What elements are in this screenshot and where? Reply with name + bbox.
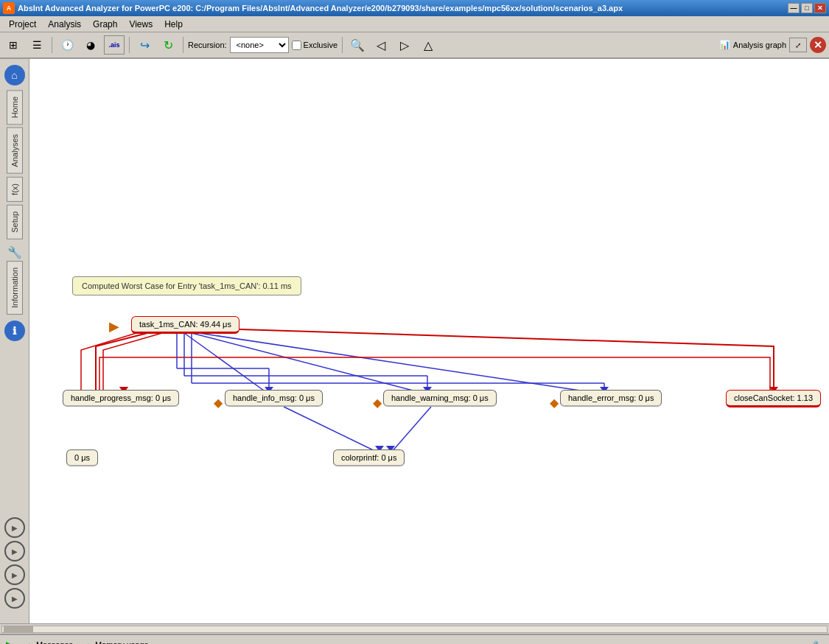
node-closeCanSocket[interactable]: closeCanSocket: 1.13 bbox=[726, 390, 821, 407]
menu-views[interactable]: Views bbox=[123, 18, 158, 31]
svg-line-1 bbox=[192, 333, 427, 394]
status-icon: 🔧 bbox=[813, 640, 823, 645]
exclusive-checkbox[interactable] bbox=[292, 41, 301, 50]
svg-line-0 bbox=[184, 333, 269, 394]
nav-left-button[interactable]: ◁ bbox=[371, 35, 391, 55]
sidebar-tab-home[interactable]: Home bbox=[7, 90, 23, 125]
analysis-graph-label: 📊 Analysis graph bbox=[719, 40, 786, 50]
list-button[interactable]: ☰ bbox=[27, 35, 47, 55]
menu-analysis[interactable]: Analysis bbox=[42, 18, 87, 31]
grid-button[interactable]: ⊞ bbox=[3, 35, 24, 55]
main-layout: ⌂ Home Analyses f(x) Setup 🔧 Information… bbox=[0, 59, 829, 623]
entry-arrow: ▶ bbox=[109, 318, 119, 335]
messages-label: Messages bbox=[36, 640, 73, 644]
node-colorprintf[interactable]: colorprintf: 0 μs bbox=[333, 449, 405, 466]
menu-bar: Project Analysis Graph Views Help bbox=[0, 16, 829, 32]
play-button-3[interactable] bbox=[4, 564, 25, 585]
maximize-button[interactable]: □ bbox=[801, 3, 813, 13]
memory-label: Memory usage bbox=[95, 640, 149, 644]
messages-item[interactable]: ▲ Messages bbox=[26, 640, 73, 644]
separator-4 bbox=[342, 37, 343, 53]
pie-button[interactable]: ◕ bbox=[80, 35, 101, 55]
nav-up-button[interactable]: △ bbox=[418, 35, 438, 55]
title-bar-left: A AbsInt Advanced Analyzer for PowerPC e… bbox=[3, 2, 623, 14]
messages-triangle-icon: ▲ bbox=[26, 641, 33, 645]
nav-right-button[interactable]: ▷ bbox=[394, 35, 415, 55]
title-bar: A AbsInt Advanced Analyzer for PowerPC e… bbox=[0, 0, 829, 16]
diamond-handle-info: ◆ bbox=[214, 396, 223, 410]
recursion-select[interactable]: <none> bbox=[230, 37, 289, 53]
status-right: 🔧 bbox=[813, 640, 823, 645]
recursion-label: Recursion: bbox=[188, 41, 227, 49]
graph-area[interactable]: Computed Worst Case for Entry 'task_1ms_… bbox=[29, 59, 829, 623]
memory-item[interactable]: ▲ Memory usage bbox=[85, 640, 149, 644]
play-button-2[interactable] bbox=[4, 541, 25, 561]
home-icon: ⌂ bbox=[4, 65, 25, 85]
exclusive-label: Exclusive bbox=[304, 41, 337, 49]
panel-close-button[interactable]: ✕ bbox=[810, 37, 826, 53]
svg-line-2 bbox=[199, 333, 604, 394]
status-play-button[interactable]: ▶ bbox=[6, 639, 14, 644]
info-icon: ℹ bbox=[4, 321, 25, 341]
arrow-button[interactable]: ↪ bbox=[134, 35, 155, 55]
status-bar: ▶ ▲ Messages ▲ Memory usage 🔧 bbox=[0, 634, 829, 644]
node-handle-progress[interactable]: handle_progress_msg: 0 μs bbox=[63, 390, 179, 407]
separator-2 bbox=[129, 37, 130, 53]
zoom-button[interactable]: 🔍 bbox=[347, 35, 368, 55]
scrollbar-thumb[interactable] bbox=[4, 626, 33, 632]
play-button-1[interactable] bbox=[4, 517, 25, 538]
diamond-handle-warning: ◆ bbox=[373, 396, 382, 410]
expand-button[interactable]: ⤢ bbox=[789, 38, 807, 52]
sidebar-tab-information[interactable]: Information bbox=[7, 261, 23, 315]
svg-line-3 bbox=[284, 407, 379, 453]
left-sidebar: ⌂ Home Analyses f(x) Setup 🔧 Information… bbox=[0, 59, 29, 623]
window-title: AbsInt Advanced Analyzer for PowerPC e20… bbox=[18, 4, 623, 13]
node-entry[interactable]: task_1ms_CAN: 49.44 μs bbox=[131, 316, 239, 334]
play-button-4[interactable] bbox=[4, 588, 25, 609]
sidebar-tab-setup[interactable]: Setup bbox=[7, 205, 23, 239]
menu-help[interactable]: Help bbox=[158, 18, 189, 31]
toolbar: ⊞ ☰ 🕐 ◕ .ais ↪ ↻ Recursion: <none> Exclu… bbox=[0, 32, 829, 59]
horizontal-scrollbar[interactable] bbox=[0, 623, 829, 634]
sidebar-tab-analyses[interactable]: Analyses bbox=[7, 127, 23, 174]
refresh-button[interactable]: ↻ bbox=[158, 35, 178, 55]
menu-graph[interactable]: Graph bbox=[87, 18, 123, 31]
node-unknown1[interactable]: 0 μs bbox=[66, 449, 98, 466]
close-button[interactable]: ✕ bbox=[814, 3, 826, 13]
minimize-button[interactable]: — bbox=[788, 3, 800, 13]
node-handle-warning[interactable]: handle_warning_msg: 0 μs bbox=[383, 390, 497, 407]
window-controls: — □ ✕ bbox=[788, 3, 826, 13]
memory-triangle-icon: ▲ bbox=[85, 641, 92, 645]
node-handle-info[interactable]: handle_info_msg: 0 μs bbox=[225, 390, 323, 407]
sidebar-play-group bbox=[4, 517, 25, 623]
sidebar-tab-fx[interactable]: f(x) bbox=[7, 177, 23, 202]
info-box: Computed Worst Case for Entry 'task_1ms_… bbox=[72, 276, 301, 295]
node-handle-error[interactable]: handle_error_msg: 0 μs bbox=[560, 390, 662, 407]
clock-button[interactable]: 🕐 bbox=[57, 35, 77, 55]
diamond-handle-error: ◆ bbox=[550, 396, 559, 410]
scrollbar-track[interactable] bbox=[1, 626, 828, 633]
exclusive-checkbox-group: Exclusive bbox=[292, 41, 337, 50]
menu-project[interactable]: Project bbox=[3, 18, 42, 31]
ais-button[interactable]: .ais bbox=[104, 35, 125, 55]
app-icon: A bbox=[3, 2, 15, 14]
wrench-icon: 🔧 bbox=[7, 245, 22, 259]
svg-line-4 bbox=[391, 407, 431, 453]
separator-1 bbox=[52, 37, 52, 53]
separator-3 bbox=[183, 37, 183, 53]
